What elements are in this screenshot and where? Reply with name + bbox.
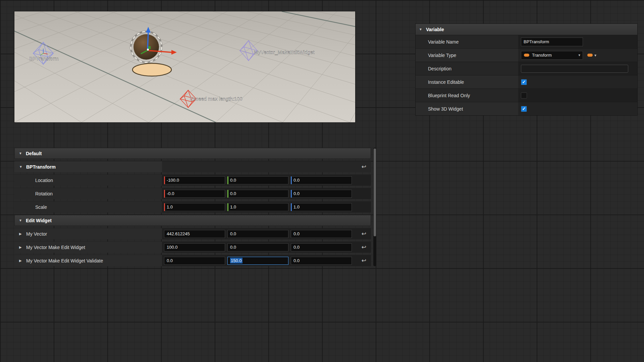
variable-type-dropdown[interactable]: Transform ▾ [521,51,583,60]
variable-section-header[interactable]: ▼ Variable [416,24,637,35]
category-default-label: Default [26,151,42,156]
category-default[interactable]: ▼ Default [14,148,371,159]
rotation-z-field[interactable]: 0.0 [291,190,352,198]
blueprint-read-only-label: Blueprint Read Only [428,93,470,98]
details-scrollbar-track[interactable] [373,148,376,266]
mvmew-x-field[interactable]: 100.0 [164,243,225,251]
label-my-vector-make-edit: MyVector_MakeEditWidget [254,49,315,55]
instance-editable-checkbox[interactable]: ✓ [521,79,527,85]
label-exceed-max: Exceed max length:100 [190,96,243,102]
location-x-field[interactable]: -100.0 [164,176,225,184]
property-my-vector-make-edit-widget[interactable]: ▶ My Vector Make Edit Widget [14,242,162,253]
expand-arrow-icon: ▼ [19,165,23,169]
variable-panel: ▼ Variable Variable Name Variable Type T… [416,24,637,115]
label-bptransform: BPTransform [29,56,59,61]
collapsed-arrow-icon: ▶ [19,245,23,249]
expand-arrow-icon: ▼ [19,219,23,222]
variable-name-row: Variable Name [416,35,637,48]
property-my-vector-make-edit-widget-validate[interactable]: ▶ My Vector Make Edit Widget Validate [14,255,162,266]
category-edit-widget-label: Edit Widget [26,218,52,223]
chevron-down-icon: ▾ [578,53,580,57]
mvmew-y-field[interactable]: 0.0 [227,243,288,251]
viewport-render: BPTransform MyVector_MakeEditWidget [14,11,355,122]
chevron-down-icon: ▾ [594,53,596,58]
property-rotation-label: Rotation [35,191,53,196]
rotation-x-field[interactable]: -0.0 [164,190,225,198]
mvmewv-z-field[interactable]: 0.0 [291,257,352,265]
my-vector-z-field[interactable]: 0.0 [291,230,352,238]
instance-editable-row: Instance Editable ✓ [416,75,637,88]
property-bptransform[interactable]: ▼ BPTransform [14,161,162,172]
my-vector-x-field[interactable]: 442.612245 [164,230,225,238]
property-my-vector-make-edit-widget-validate-label: My Vector Make Edit Widget Validate [26,258,103,263]
instance-editable-label: Instance Editable [428,79,464,85]
property-my-vector[interactable]: ▶ My Vector [14,228,162,239]
container-type-pill-icon [587,54,593,57]
my-vector-y-field[interactable]: 0.0 [227,230,288,238]
property-scale-label: Scale [35,204,47,210]
show-3d-widget-row: Show 3D Widget ✓ [416,102,637,115]
property-location-label: Location [35,178,53,183]
reset-to-default-button[interactable]: ↩ [362,231,366,237]
blueprint-read-only-checkbox[interactable]: ✓ [521,93,527,99]
variable-section-label: Variable [426,27,444,32]
location-y-field[interactable]: 0.0 [227,176,288,184]
description-label: Description [428,66,451,71]
container-type-dropdown[interactable]: ▾ [587,53,596,58]
blueprint-read-only-row: Blueprint Read Only ✓ [416,88,637,102]
viewport-3d[interactable]: BPTransform MyVector_MakeEditWidget [14,11,355,122]
description-input[interactable] [521,65,628,73]
scale-z-field[interactable]: 1.0 [291,203,352,211]
description-row: Description [416,62,637,75]
details-panel: ▼ Default ▼ BPTransform ↩ Location -100.… [14,148,371,268]
variable-type-label: Variable Type [428,53,456,58]
variable-name-input[interactable] [521,38,583,46]
category-edit-widget[interactable]: ▼ Edit Widget [14,215,371,226]
property-my-vector-make-edit-widget-label: My Vector Make Edit Widget [26,245,85,250]
details-scrollbar-thumb[interactable] [374,148,376,236]
check-icon: ✓ [522,79,526,84]
collapsed-arrow-icon: ▶ [19,259,23,262]
check-icon: ✓ [522,106,526,111]
show-3d-widget-label: Show 3D Widget [428,106,463,112]
expand-arrow-icon: ▼ [419,27,423,31]
mvmewv-x-field[interactable]: 0.0 [164,257,225,265]
mvmewv-y-field[interactable]: 150.0 [227,257,288,265]
show-3d-widget-checkbox[interactable]: ✓ [521,106,527,112]
selected-text: 150.0 [230,258,243,263]
mvmew-z-field[interactable]: 0.0 [291,243,352,251]
transform-type-pill-icon [524,54,529,57]
reset-to-default-button[interactable]: ↩ [362,258,366,263]
variable-type-value: Transform [532,53,578,58]
viewport-floor [14,11,355,122]
property-bptransform-label: BPTransform [26,164,56,170]
scale-y-field[interactable]: 1.0 [227,203,288,211]
collapsed-arrow-icon: ▶ [19,232,23,236]
reset-to-default-button[interactable]: ↩ [362,164,366,170]
variable-type-row: Variable Type Transform ▾ ▾ [416,48,637,62]
reset-to-default-button[interactable]: ↩ [362,244,366,250]
expand-arrow-icon: ▼ [19,152,23,155]
property-my-vector-label: My Vector [26,231,47,237]
rotation-y-field[interactable]: 0.0 [227,190,288,198]
variable-name-label: Variable Name [428,39,459,45]
scale-x-field[interactable]: 1.0 [164,203,225,211]
location-z-field[interactable]: 0.0 [291,176,352,184]
